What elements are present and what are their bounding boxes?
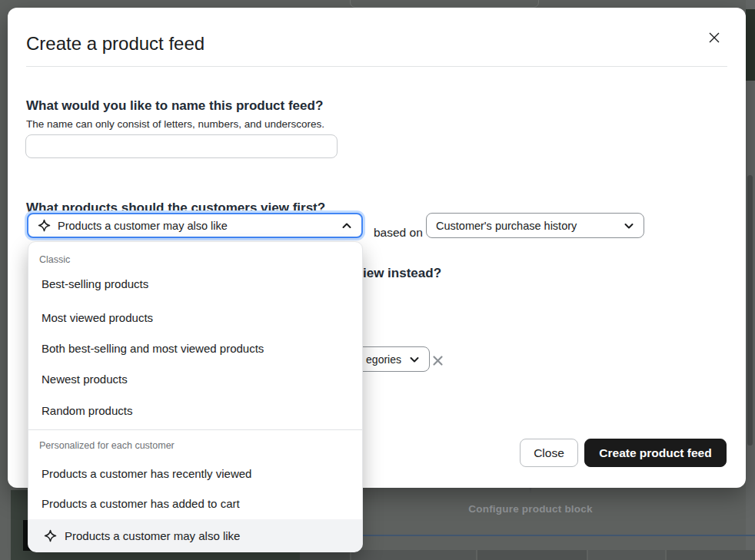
background-divider-line bbox=[323, 535, 755, 536]
create-product-feed-button[interactable]: Create product feed bbox=[584, 439, 727, 467]
background-footer-block bbox=[667, 550, 755, 560]
second-question-fragment: iew instead? bbox=[363, 265, 441, 282]
screen: Configure product block Create a product… bbox=[0, 0, 755, 560]
option-random[interactable]: Random products bbox=[28, 395, 362, 426]
group-label-personalized: Personalized for each customer bbox=[39, 438, 175, 453]
option-newest[interactable]: Newest products bbox=[28, 363, 362, 394]
chevron-down-icon bbox=[408, 353, 421, 366]
close-icon bbox=[707, 31, 721, 45]
option-recently-viewed[interactable]: Products a customer has recently viewed bbox=[28, 458, 362, 489]
feed-type-dropdown: Classic Best-selling products Most viewe… bbox=[28, 241, 363, 552]
scrollbar[interactable] bbox=[747, 175, 753, 446]
close-button[interactable]: Close bbox=[520, 439, 578, 467]
option-may-also-like-selected[interactable]: Products a customer may also like bbox=[28, 519, 362, 552]
selected-option-label: Products a customer may also like bbox=[65, 529, 240, 542]
name-hint: The name can only consist of letters, nu… bbox=[26, 117, 324, 131]
close-modal-button[interactable] bbox=[703, 27, 725, 48]
background-footer-block bbox=[351, 550, 476, 560]
background-searchbar-outline bbox=[350, 0, 539, 8]
based-on-select-value: Customer's purchase history bbox=[436, 220, 577, 232]
sparkle-icon bbox=[38, 219, 51, 232]
categories-select-value: egories bbox=[366, 353, 401, 366]
option-best-selling[interactable]: Best-selling products bbox=[28, 268, 362, 299]
background-footer-block bbox=[477, 550, 587, 560]
chevron-down-icon bbox=[623, 220, 635, 232]
background-dark-block bbox=[746, 9, 755, 81]
remove-category-button[interactable] bbox=[430, 353, 445, 368]
based-on-label: based on bbox=[374, 224, 423, 241]
title-divider bbox=[26, 66, 727, 67]
feed-type-select-value: Products a customer may also like bbox=[58, 220, 228, 232]
group-divider bbox=[28, 429, 362, 430]
option-most-viewed[interactable]: Most viewed products bbox=[28, 302, 362, 333]
chevron-up-icon bbox=[341, 220, 353, 232]
x-icon bbox=[432, 355, 444, 366]
feed-name-input[interactable] bbox=[25, 134, 338, 158]
sparkle-icon bbox=[44, 529, 57, 542]
modal-title: Create a product feed bbox=[26, 33, 205, 55]
group-label-classic: Classic bbox=[39, 252, 70, 267]
configure-product-block-label: Configure product block bbox=[454, 503, 607, 515]
based-on-select[interactable]: Customer's purchase history bbox=[426, 213, 644, 238]
option-both-best-and-viewed[interactable]: Both best-selling and most viewed produc… bbox=[28, 333, 362, 363]
name-question: What would you like to name this product… bbox=[26, 98, 323, 114]
option-added-to-cart[interactable]: Products a customer has added to cart bbox=[28, 488, 362, 519]
feed-type-select[interactable]: Products a customer may also like bbox=[27, 213, 363, 238]
background-footer-block bbox=[588, 550, 665, 560]
